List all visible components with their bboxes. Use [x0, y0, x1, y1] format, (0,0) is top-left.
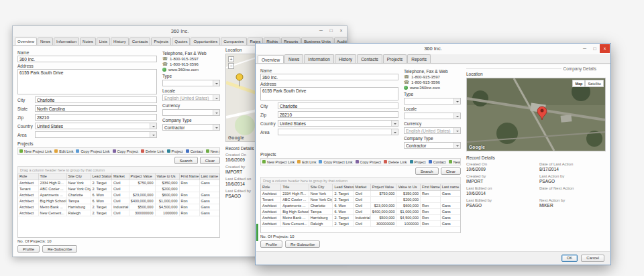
search-button[interactable]: Search — [174, 157, 198, 164]
tab-contacts[interactable]: Contacts — [129, 38, 151, 45]
column-header-site-city[interactable]: Site City — [66, 174, 91, 180]
phone-row-1[interactable]: ☎ 1-800-915-3597 — [162, 57, 220, 61]
phone-row-1[interactable]: ☎ 1-800-915-3597 — [404, 75, 461, 79]
column-header-first-name[interactable]: First Name — [421, 184, 441, 190]
column-header-market[interactable]: Market — [354, 184, 370, 190]
locale-select[interactable]: English (United States) — [162, 94, 220, 101]
title-bar[interactable]: 360 Inc. ─ □ × — [256, 44, 610, 54]
satellite-button[interactable]: Satellite — [585, 80, 604, 87]
tab-overview[interactable]: Overview — [258, 55, 284, 64]
name-input[interactable]: 360 Inc. — [17, 56, 157, 62]
resubscribe-button[interactable]: Re-Subscribe — [285, 240, 320, 248]
column-header-project-value[interactable]: Project Value — [370, 184, 396, 190]
zip-input[interactable]: 28210 — [35, 114, 157, 121]
tab-overview[interactable]: Overview — [15, 38, 37, 46]
tab-companies[interactable]: Companies — [221, 38, 246, 45]
area-select[interactable] — [278, 129, 398, 135]
column-header-lead-status[interactable]: Lead Status — [333, 184, 354, 190]
group-by-drop-zone[interactable]: Drag a column header here to group by th… — [17, 166, 220, 174]
phone-row-2[interactable]: ☎ 1-800-915-3596 — [162, 62, 220, 66]
column-header-value-to-us[interactable]: Value to Us — [396, 184, 421, 190]
project-row[interactable]: Architect2334 High R...New York2. Target… — [261, 190, 460, 196]
column-header-project-value[interactable]: Project Value — [129, 174, 155, 180]
project-row[interactable]: ArchitectBig High SchoolTampa6. WonCivil… — [261, 208, 460, 214]
column-header-role[interactable]: Role — [18, 174, 38, 180]
country-select[interactable]: United States — [278, 120, 398, 127]
tab-notes[interactable]: Notes — [80, 38, 96, 45]
company-type-select[interactable]: Contractor — [162, 124, 220, 131]
phone-row-2[interactable]: ☎ 1-800-915-3596 — [404, 80, 461, 84]
maximize-button[interactable]: □ — [326, 27, 336, 35]
tab-quotes[interactable]: Quotes — [172, 38, 190, 45]
project-row[interactable]: TenantABC Cooler ...New York City2. Targ… — [261, 196, 460, 202]
group-by-drop-zone[interactable]: Drag a column header here to group by th… — [260, 177, 461, 184]
toolbar-new-action-button[interactable]: New Action — [449, 160, 461, 164]
toolbar-copy-project-link-button[interactable]: Copy Project Link — [76, 149, 109, 153]
toolbar-new-project-link-button[interactable]: New Project Link — [262, 160, 294, 164]
toolbar-edit-link-button[interactable]: Edit Link — [297, 160, 316, 164]
clear-button[interactable]: Clear — [441, 167, 461, 175]
column-header-market[interactable]: Market — [112, 174, 129, 180]
location-map[interactable]: Map Satellite Google — [466, 78, 606, 151]
area-select[interactable] — [35, 131, 157, 138]
tab-information[interactable]: Information — [54, 38, 79, 45]
search-button[interactable]: Search — [415, 167, 439, 175]
project-row[interactable]: ArchitectMetro Bank ...Harrisburg2. Targ… — [18, 204, 219, 210]
zoom-out-button[interactable]: − — [228, 63, 234, 69]
name-input[interactable]: 360 Inc. — [260, 74, 398, 80]
profile-button[interactable]: Profile — [260, 240, 282, 248]
tab-projects[interactable]: Projects — [151, 38, 171, 45]
column-header-role[interactable]: Role — [261, 184, 281, 190]
toolbar-contact-button[interactable]: Contact — [429, 160, 446, 164]
column-header-title[interactable]: Title — [38, 174, 66, 180]
ok-button[interactable]: OK — [561, 255, 578, 262]
project-row[interactable]: ArchitectBig High SchoolTampa6. WonCivil… — [18, 198, 219, 204]
tab-information[interactable]: Information — [304, 54, 334, 63]
toolbar-copy-project-button[interactable]: Copy Project — [356, 160, 382, 164]
resubscribe-button[interactable]: Re-Subscribe — [42, 245, 77, 253]
type-select[interactable] — [404, 98, 461, 105]
tab-reports[interactable]: Reports — [407, 54, 431, 63]
cancel-button[interactable]: Cancel — [581, 255, 604, 262]
project-row[interactable]: ArchitectApartments ...Charlotte6. WonCi… — [261, 202, 460, 208]
project-row[interactable]: ArchitectApartments ...Charlotte6. WonCi… — [18, 192, 219, 198]
maximize-button[interactable]: □ — [590, 44, 600, 53]
toolbar-delete-link-button[interactable]: Delete Link — [141, 149, 164, 153]
country-select[interactable]: United States — [35, 123, 157, 129]
currency-select[interactable]: English (United States) — [404, 127, 461, 134]
type-select[interactable] — [162, 80, 220, 86]
project-row[interactable]: TenantABC Cooler ...New York City2. Targ… — [18, 186, 219, 192]
tab-history[interactable]: History — [111, 38, 129, 45]
project-row[interactable]: ArchitectNew Cement...Raleigh2. TargetCi… — [18, 210, 219, 216]
project-row[interactable]: ArchitectNew Cement...Raleigh2. TargetCi… — [261, 220, 460, 226]
map-button[interactable]: Map — [572, 80, 585, 87]
toolbar-edit-link-button[interactable]: Edit Link — [54, 149, 73, 153]
address-input[interactable]: 6155 Park South Drive — [260, 87, 398, 100]
column-header-lead-status[interactable]: Lead Status — [91, 174, 112, 180]
toolbar-project-button[interactable]: Project — [167, 149, 183, 153]
profile-button[interactable]: Profile — [17, 245, 40, 253]
column-header-last-name[interactable]: Last name — [199, 174, 219, 180]
tab-opportunities[interactable]: Opportunities — [191, 38, 220, 45]
company-type-select[interactable]: Contractor — [404, 142, 461, 149]
toolbar-copy-project-link-button[interactable]: Copy Project Link — [319, 160, 352, 164]
column-header-first-name[interactable]: First Name — [179, 174, 199, 180]
tab-history[interactable]: History — [335, 54, 356, 63]
toolbar-delete-link-button[interactable]: Delete Link — [384, 160, 407, 164]
column-header-value-to-us[interactable]: Value to Us — [155, 174, 179, 180]
minimize-button[interactable]: ─ — [580, 44, 590, 53]
tab-projects[interactable]: Projects — [383, 54, 407, 63]
toolbar-new-project-link-button[interactable]: New Project Link — [19, 149, 52, 153]
tab-news[interactable]: News — [284, 54, 303, 63]
column-header-last-name[interactable]: Last name — [440, 184, 460, 190]
tab-news[interactable]: News — [38, 38, 53, 45]
close-button[interactable]: × — [336, 27, 346, 35]
zip-input[interactable]: 28210 — [278, 111, 398, 118]
currency-select[interactable] — [162, 109, 220, 116]
toolbar-new-action-button[interactable]: New Action — [206, 149, 220, 153]
clear-button[interactable]: Clear — [200, 157, 220, 164]
project-row[interactable]: ArchitectMetro Bank ...Harrisburg2. Targ… — [261, 214, 460, 220]
state-input[interactable]: North Carolina — [35, 105, 157, 112]
toolbar-contact-button[interactable]: Contact — [186, 149, 203, 153]
tab-lists[interactable]: Lists — [97, 38, 110, 45]
